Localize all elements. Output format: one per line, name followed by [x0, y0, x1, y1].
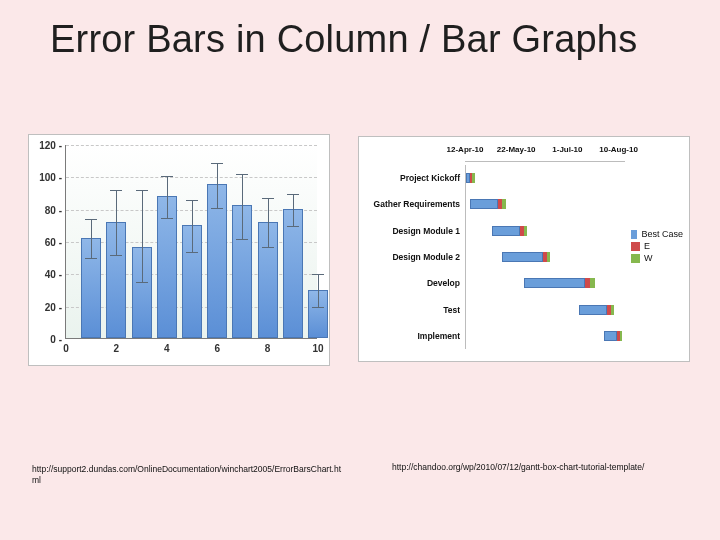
x-tick: 10	[312, 343, 323, 354]
segment-best	[492, 226, 520, 236]
y-tick: 120	[36, 140, 62, 151]
segment-best	[524, 278, 585, 288]
legend-e: E	[631, 241, 683, 251]
segment-w	[611, 305, 615, 315]
segment-w	[620, 331, 623, 341]
x-tick: 2	[114, 343, 120, 354]
right-chart: 12-Apr-1022-May-101-Jul-1010-Aug-10 Proj…	[358, 136, 690, 362]
gantt-row: Design Module 2	[466, 249, 625, 265]
row-label: Implement	[360, 328, 466, 344]
segment-best	[604, 331, 617, 341]
page-title: Error Bars in Column / Bar Graphs	[50, 18, 637, 61]
row-label: Design Module 1	[360, 223, 466, 239]
date-tick: 10-Aug-10	[599, 145, 638, 154]
caption-right: http://chandoo.org/wp/2010/07/12/gantt-b…	[392, 462, 644, 473]
date-tick: 1-Jul-10	[552, 145, 582, 154]
y-tick: 100	[36, 172, 62, 183]
gantt-row: Design Module 1	[466, 223, 625, 239]
segment-w	[590, 278, 595, 288]
right-chart-plot-area: Project KickoffGather RequirementsDesign…	[465, 165, 625, 349]
x-tick: 8	[265, 343, 271, 354]
x-tick: 0	[63, 343, 69, 354]
gantt-row: Test	[466, 302, 625, 318]
gantt-row: Develop	[466, 275, 625, 291]
left-chart: 0204060801001200246810	[28, 134, 330, 366]
right-chart-date-axis: 12-Apr-1022-May-101-Jul-1010-Aug-10	[465, 145, 625, 162]
left-chart-plot-area: 0204060801001200246810	[65, 145, 317, 339]
legend-w: W	[631, 253, 683, 263]
row-label: Design Module 2	[360, 249, 466, 265]
y-tick: 60	[36, 237, 62, 248]
gantt-row: Project Kickoff	[466, 170, 625, 186]
row-label: Gather Requirements	[360, 196, 466, 212]
row-label: Project Kickoff	[360, 170, 466, 186]
bar	[283, 209, 303, 338]
gantt-row: Gather Requirements	[466, 196, 625, 212]
legend-best-case: Best Case	[631, 229, 683, 239]
segment-w	[472, 173, 475, 183]
segment-w	[547, 252, 551, 262]
x-tick: 6	[214, 343, 220, 354]
y-tick: 40	[36, 269, 62, 280]
segment-w	[502, 199, 506, 209]
date-tick: 22-May-10	[497, 145, 536, 154]
segment-best	[579, 305, 607, 315]
y-tick: 80	[36, 204, 62, 215]
y-tick: 0	[36, 334, 62, 345]
legend: Best Case E W	[631, 227, 683, 265]
legend-label: Best Case	[641, 229, 683, 239]
y-tick: 20	[36, 301, 62, 312]
segment-best	[502, 252, 543, 262]
segment-w	[524, 226, 528, 236]
row-label: Develop	[360, 275, 466, 291]
gantt-row: Implement	[466, 328, 625, 344]
legend-label: E	[644, 241, 650, 251]
date-tick: 12-Apr-10	[447, 145, 484, 154]
x-tick: 4	[164, 343, 170, 354]
legend-label: W	[644, 253, 653, 263]
row-label: Test	[360, 302, 466, 318]
caption-left: http://support2.dundas.com/OnlineDocumen…	[32, 464, 342, 485]
segment-best	[470, 199, 498, 209]
